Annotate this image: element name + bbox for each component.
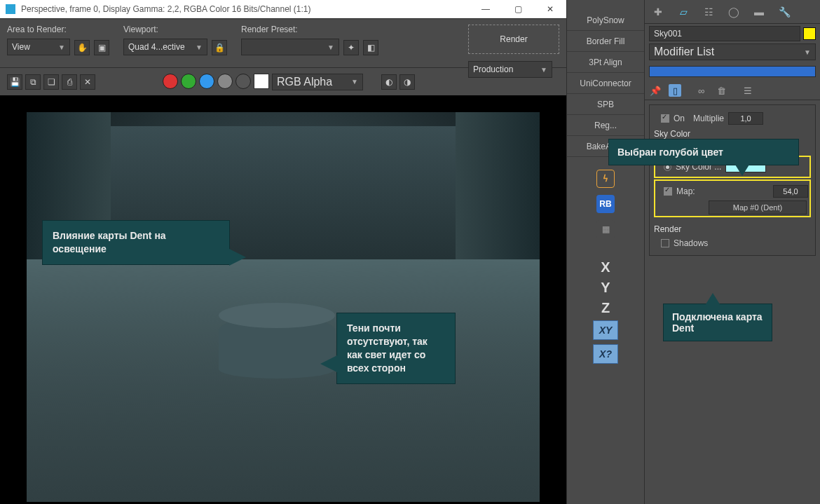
blue-channel-icon[interactable] [199, 74, 214, 89]
copy-icon[interactable]: ⧉ [25, 74, 41, 90]
area-dropdown[interactable]: View▼ [7, 39, 70, 55]
tool-reg[interactable]: Reg... [567, 115, 644, 136]
channel-dropdown[interactable]: RGB Alpha▼ [272, 74, 363, 90]
tool-a-icon[interactable]: ✦ [343, 40, 359, 55]
map-label: Map: [676, 186, 695, 196]
utilities-tab-icon[interactable]: 🔧 [777, 4, 792, 20]
show-result-icon[interactable]: ▯ [669, 84, 681, 97]
axis-z[interactable]: Z [601, 300, 610, 316]
print-icon[interactable]: ⎙ [62, 74, 77, 90]
render-viewport: Влияние карты Dent на освещение Тени поч… [0, 95, 566, 504]
eyepick-icon[interactable]: ϟ [596, 170, 615, 188]
preset-label: Render Preset: [241, 25, 378, 34]
tool-b-icon[interactable]: ◧ [363, 40, 378, 55]
display-tab-icon[interactable]: ▬ [751, 4, 767, 20]
save-icon[interactable]: 💾 [7, 74, 22, 90]
side-toolbox: PolySnow Border Fill 3Pt Align UniConnec… [566, 0, 645, 504]
tool-3ptalign[interactable]: 3Pt Align [567, 52, 644, 73]
tool-polysnow[interactable]: PolySnow [567, 10, 644, 31]
modify-tab-icon[interactable]: ▱ [676, 4, 691, 20]
minimize-button[interactable]: — [470, 0, 502, 18]
window-title: Perspective, frame 0, Display Gamma: 2,2… [21, 4, 311, 14]
rb-icon[interactable]: RB [596, 195, 615, 213]
anno-dent-map: Подключена карта Dent [663, 304, 772, 341]
render-image [27, 112, 540, 502]
remove-mod-icon[interactable]: 🗑 [715, 84, 727, 97]
modifier-stack-icons: 📌 ▯ ∞ 🗑 ☰ [645, 81, 820, 100]
cast-shadows-checkbox[interactable] [661, 239, 669, 247]
hierarchy-tab-icon[interactable]: ☷ [701, 4, 716, 20]
production-dropdown[interactable]: Production▼ [468, 61, 552, 78]
fb-toggle-b-icon[interactable]: ◑ [399, 74, 415, 90]
close-button[interactable]: ✕ [534, 0, 566, 18]
maximize-button[interactable]: ▢ [502, 0, 534, 18]
motion-tab-icon[interactable]: ◯ [726, 4, 742, 20]
xy-plane-button[interactable]: XY [593, 320, 618, 340]
render-button[interactable]: Render [468, 25, 559, 54]
create-tab-icon[interactable]: ✚ [650, 4, 666, 20]
lock-icon[interactable]: 🔒 [212, 40, 227, 55]
multiplier-label: Multiplie [693, 114, 724, 123]
red-channel-icon[interactable] [163, 74, 178, 89]
clear-icon[interactable]: ✕ [80, 74, 95, 90]
render-rollout-title: Render [654, 224, 811, 234]
green-channel-icon[interactable] [181, 74, 196, 89]
command-panel: ✚ ▱ ☷ ◯ ▬ 🔧 Modifier List▼ 📌 ▯ ∞ 🗑 ☰ [645, 0, 820, 504]
on-label: On [674, 114, 685, 123]
tool-uniconnector[interactable]: UniConnector [567, 73, 644, 94]
preset-dropdown[interactable]: ▼ [241, 39, 339, 55]
pin-stack-icon[interactable]: 📌 [649, 84, 662, 97]
app-icon [6, 4, 15, 14]
alpha-channel-icon[interactable] [217, 74, 233, 89]
object-name-field[interactable] [649, 26, 800, 41]
tool-borderfill[interactable]: Border Fill [567, 31, 644, 52]
skylight-params-rollout: On Multiplie 1,0 Sky Color Use Scene Env… [649, 104, 816, 256]
area-label: Area to Render: [7, 25, 109, 34]
modifier-stack[interactable] [649, 66, 816, 77]
clone-icon[interactable]: ❏ [43, 74, 59, 90]
grid-icon[interactable]: ▦ [596, 220, 615, 238]
make-unique-icon[interactable]: ∞ [695, 84, 708, 97]
render-topbar: Area to Render: View▼ ✋ ▣ Viewport: Quad… [0, 18, 566, 67]
map-amount-spinner[interactable]: 54,0 [773, 185, 808, 198]
region-icon[interactable]: ▣ [94, 40, 109, 55]
multiplier-spinner[interactable]: 1,0 [728, 112, 763, 125]
mono-channel-icon[interactable] [235, 74, 251, 89]
bg-swatch[interactable] [254, 74, 269, 89]
configure-icon[interactable]: ☰ [742, 84, 754, 97]
titlebar: Perspective, frame 0, Display Gamma: 2,2… [0, 0, 566, 18]
modifier-list-dropdown[interactable]: Modifier List▼ [649, 43, 816, 60]
hand-icon[interactable]: ✋ [74, 40, 90, 55]
on-checkbox[interactable] [661, 114, 669, 123]
map-checkbox[interactable] [664, 187, 672, 196]
panel-tabs: ✚ ▱ ☷ ◯ ▬ 🔧 [645, 0, 820, 24]
fb-toggle-a-icon[interactable]: ◐ [381, 74, 397, 90]
sky-color-title: Sky Color [654, 129, 811, 139]
object-color-swatch[interactable] [803, 27, 816, 40]
callout-shadows: Тени почти отсутствуют, так как свет иде… [336, 313, 456, 384]
xq-plane-button[interactable]: X? [593, 344, 618, 364]
callout-dent-influence: Влияние карты Dent на освещение [42, 220, 230, 265]
axis-y[interactable]: Y [601, 280, 610, 296]
anno-sky-color: Выбран голубой цвет [608, 139, 799, 165]
map-slot-button[interactable]: Map #0 (Dent) [709, 200, 807, 214]
viewport-dropdown[interactable]: Quad 4...ective▼ [123, 39, 207, 55]
cast-shadows-label: Shadows [674, 238, 708, 248]
axis-x[interactable]: X [601, 259, 610, 275]
viewport-label: Viewport: [123, 25, 227, 34]
tool-spb[interactable]: SPB [567, 94, 644, 115]
render-window: Perspective, frame 0, Display Gamma: 2,2… [0, 0, 566, 504]
